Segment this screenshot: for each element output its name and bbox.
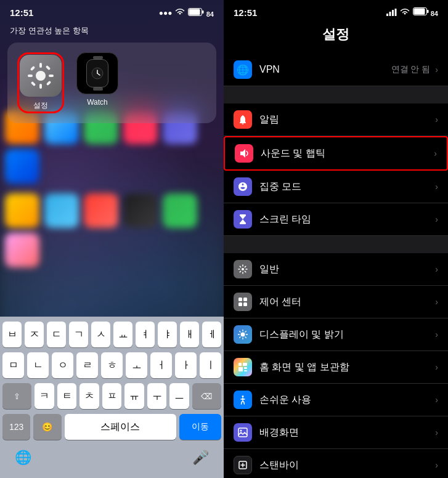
key-d[interactable]: ㄷ — [47, 322, 66, 347]
microphone-button[interactable]: 🎤 — [192, 450, 209, 466]
key-numbers[interactable]: 123 — [2, 414, 30, 440]
blur-app-7 — [5, 193, 39, 228]
control-center-chevron: › — [435, 297, 438, 307]
key-t[interactable]: ㅌ — [57, 383, 77, 409]
key-s[interactable]: ㅅ — [91, 322, 110, 347]
screentime-label: 스크린 타임 — [259, 213, 435, 226]
page-title: 설정 — [224, 20, 448, 54]
key-delete[interactable]: ⌫ — [192, 383, 221, 409]
accessibility-label: 손쉬운 사용 — [259, 394, 435, 407]
settings-item-accessibility[interactable]: 손쉬운 사용 › — [224, 384, 448, 416]
settings-app-item[interactable]: 설정 — [17, 52, 64, 113]
settings-item-focus[interactable]: 집중 모드 › — [224, 171, 448, 203]
key-space[interactable]: 스페이스 — [65, 414, 176, 440]
blur-app-8 — [44, 193, 79, 228]
notifications-chevron: › — [435, 115, 438, 124]
key-m[interactable]: ㅁ — [2, 352, 24, 378]
status-bar-left: 12:51 ●●● 84 — [0, 0, 224, 20]
key-p[interactable]: ㅍ — [102, 383, 122, 409]
key-b[interactable]: ㅂ — [2, 322, 22, 347]
key-ng[interactable]: ㅇ — [52, 352, 73, 378]
svg-rect-4 — [39, 63, 42, 68]
key-shift[interactable]: ⇧ — [2, 383, 31, 409]
key-eo[interactable]: ㅓ — [150, 352, 172, 378]
focus-chevron: › — [435, 182, 438, 192]
svg-rect-37 — [238, 428, 247, 437]
wallpaper-icon — [234, 423, 252, 442]
vpn-icon: 🌐 — [234, 60, 252, 79]
key-n[interactable]: ㄴ — [27, 352, 49, 378]
key-j[interactable]: ㅈ — [25, 322, 44, 347]
key-yo[interactable]: ㅛ — [113, 322, 132, 347]
key-yeo[interactable]: ㅕ — [136, 322, 155, 347]
key-emoji[interactable]: 😊 — [33, 414, 61, 440]
key-o[interactable]: ㅗ — [126, 352, 147, 378]
section-label: 가장 연관성 높은 항목 — [0, 20, 224, 43]
key-yu[interactable]: ㅠ — [124, 383, 144, 409]
key-r[interactable]: ㄹ — [76, 352, 98, 378]
settings-item-homescreen[interactable]: 홈 화면 및 앱 보관함 › — [224, 351, 448, 384]
settings-item-sounds[interactable]: 사운드 및 햅틱 › — [224, 136, 448, 171]
keyboard-row-3: ⇧ ㅋ ㅌ ㅊ ㅍ ㅠ ㅜ ㅡ ⌫ — [2, 383, 221, 409]
svg-rect-5 — [39, 84, 42, 89]
svg-rect-2 — [202, 10, 204, 14]
key-eu[interactable]: ㅡ — [169, 383, 189, 409]
key-g[interactable]: ㄱ — [69, 322, 88, 347]
settings-item-vpn[interactable]: 🌐 VPN 연결 안 됨 › — [224, 54, 448, 86]
globe-button[interactable]: 🌐 — [15, 450, 31, 466]
svg-rect-8 — [30, 66, 35, 71]
key-k[interactable]: ㅋ — [35, 383, 54, 409]
notifications-icon — [234, 110, 252, 129]
key-h[interactable]: ㅎ — [101, 352, 123, 378]
watch-app-item[interactable]: Watch — [76, 52, 118, 113]
svg-rect-15 — [386, 14, 388, 16]
control-center-icon — [234, 293, 252, 311]
settings-item-standby[interactable]: 스탠바이 › — [224, 449, 448, 478]
settings-item-notifications[interactable]: 알림 › — [224, 103, 448, 136]
signal-icon-left: ●●● — [159, 9, 173, 17]
status-icons-left: ●●● 84 — [159, 8, 214, 18]
key-i[interactable]: ㅣ — [200, 352, 221, 378]
settings-item-general[interactable]: 일반 › — [224, 253, 448, 286]
svg-rect-18 — [394, 9, 396, 16]
keyboard-row-1: ㅂ ㅈ ㄷ ㄱ ㅅ ㅛ ㅕ ㅑ ㅐ ㅔ — [2, 322, 221, 347]
battery-right: 84 — [413, 7, 438, 17]
app-grid: 설정 Watch — [7, 43, 216, 123]
settings-item-display[interactable]: 디스플레이 및 밝기 › — [224, 318, 448, 351]
key-ae[interactable]: ㅐ — [180, 322, 199, 347]
control-center-label: 제어 센터 — [259, 296, 435, 309]
signal-icon-right — [386, 9, 397, 17]
key-a[interactable]: ㅏ — [175, 352, 197, 378]
settings-app-icon — [20, 55, 62, 97]
key-u[interactable]: ㅜ — [147, 383, 167, 409]
battery-left: 84 — [188, 8, 214, 18]
settings-label: 설정 — [33, 100, 48, 111]
standby-chevron: › — [435, 460, 438, 470]
key-ch[interactable]: ㅊ — [79, 383, 99, 409]
svg-rect-26 — [238, 298, 242, 301]
vpn-status: 연결 안 됨 — [391, 64, 431, 75]
settings-item-control-center[interactable]: 제어 센터 › — [224, 286, 448, 318]
homescreen-chevron: › — [435, 362, 438, 372]
right-panel: 12:51 84 설정 🌐 VPN 연결 안 됨 › — [224, 0, 448, 478]
key-move[interactable]: 이동 — [179, 414, 221, 440]
homescreen-label: 홈 화면 및 앱 보관함 — [259, 361, 435, 374]
wifi-icon-right — [400, 8, 410, 17]
settings-item-wallpaper[interactable]: 배경화면 › — [224, 416, 448, 449]
blur-app-10 — [123, 193, 158, 228]
accessibility-icon — [234, 391, 252, 409]
settings-item-screentime[interactable]: 스크린 타임 › — [224, 203, 448, 236]
svg-point-25 — [242, 268, 244, 270]
svg-rect-17 — [392, 10, 394, 16]
watch-app-icon — [76, 52, 118, 94]
accessibility-chevron: › — [435, 395, 438, 405]
svg-rect-6 — [28, 75, 33, 77]
left-panel: 12:51 ●●● 84 가장 연관성 높은 항목 — [0, 0, 224, 478]
blur-app-9 — [84, 193, 118, 228]
svg-rect-7 — [49, 75, 54, 77]
focus-icon — [234, 177, 252, 196]
key-ya[interactable]: ㅑ — [158, 322, 177, 347]
settings-group-2: 알림 › 사운드 및 햅틱 › — [224, 103, 448, 236]
key-e[interactable]: ㅔ — [202, 322, 221, 347]
keyboard-row-2: ㅁ ㄴ ㅇ ㄹ ㅎ ㅗ ㅓ ㅏ ㅣ — [2, 352, 221, 378]
